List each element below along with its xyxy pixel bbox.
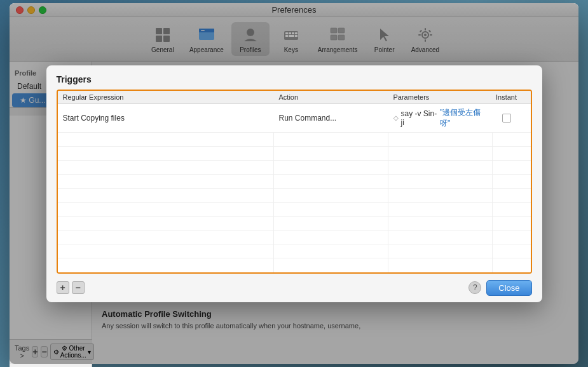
header-action: Action — [279, 93, 393, 101]
instant-checkbox[interactable] — [502, 114, 511, 123]
empty-row — [58, 161, 531, 175]
empty-row — [58, 203, 531, 217]
cell-regex: Start Copying files — [63, 114, 279, 123]
params-prefix: say -v Sin-ji — [401, 109, 437, 127]
triggers-dialog: Triggers Regular Expression Action Param… — [46, 65, 542, 302]
table-row[interactable]: Start Copying files Run Command... ◇ say… — [58, 104, 531, 133]
empty-cell — [274, 133, 388, 146]
triggers-table: Regular Expression Action Parameters Ins… — [57, 90, 532, 274]
dialog-title: Triggers — [46, 65, 542, 90]
dialog-add-remove-controls: + − — [57, 281, 85, 294]
empty-row — [58, 230, 531, 244]
header-instant: Instant — [488, 93, 526, 101]
empty-row — [58, 189, 531, 203]
question-icon: ? — [473, 283, 477, 292]
remove-trigger-button[interactable]: − — [72, 281, 85, 294]
help-button[interactable]: ? — [468, 281, 481, 294]
empty-cell — [58, 133, 274, 146]
header-regex: Regular Expression — [63, 93, 279, 101]
action-value: Run Command... — [279, 114, 337, 123]
params-value: "邊個受左傷呀" — [440, 107, 488, 129]
empty-rows — [58, 133, 531, 272]
empty-row — [58, 175, 531, 189]
empty-row — [58, 244, 531, 258]
preferences-window: Preferences General A — [10, 3, 578, 364]
params-arrow-icon: ◇ — [393, 114, 399, 121]
empty-row — [58, 217, 531, 230]
cell-action: Run Command... — [279, 114, 393, 123]
empty-cell — [493, 133, 531, 146]
add-trigger-button[interactable]: + — [57, 281, 69, 294]
table-header: Regular Expression Action Parameters Ins… — [58, 91, 531, 104]
empty-cell — [388, 133, 493, 146]
close-button[interactable]: Close — [486, 280, 531, 296]
cell-instant[interactable] — [488, 114, 526, 123]
empty-row — [58, 147, 531, 161]
header-parameters: Parameters — [393, 93, 488, 101]
empty-row — [58, 133, 531, 147]
dialog-bottom: + − ? Close — [46, 274, 542, 302]
cell-params: ◇ say -v Sin-ji "邊個受左傷呀" — [393, 107, 488, 129]
dialog-close-controls: ? Close — [468, 280, 531, 296]
modal-overlay: Triggers Regular Expression Action Param… — [10, 3, 578, 364]
empty-row — [58, 258, 531, 272]
